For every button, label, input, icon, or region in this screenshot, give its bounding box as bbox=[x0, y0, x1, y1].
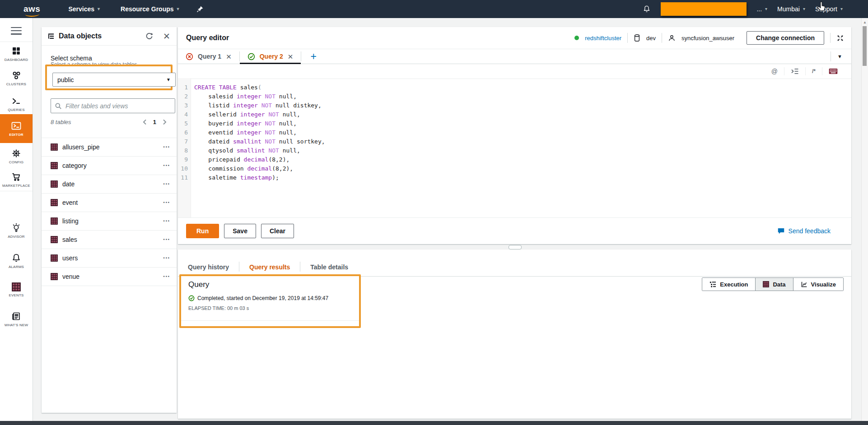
table-row[interactable]: category ••• bbox=[42, 157, 177, 175]
filter-tables-input[interactable] bbox=[65, 102, 171, 110]
data-objects-panel: Data objects ✕ Select schema Select a sc… bbox=[42, 27, 177, 413]
tab-query-1[interactable]: Query 1 ✕ bbox=[178, 49, 239, 64]
sidebar-divider bbox=[0, 42, 33, 42]
tab-query-results[interactable]: Query results bbox=[239, 263, 300, 271]
table-row[interactable]: listing ••• bbox=[42, 212, 177, 231]
row-actions-menu[interactable]: ••• bbox=[163, 145, 170, 149]
close-tab-icon[interactable]: ✕ bbox=[226, 53, 232, 60]
table-row[interactable]: users ••• bbox=[42, 249, 177, 268]
chevron-down-icon: ▾ bbox=[177, 7, 179, 11]
result-annotation-highlight: Query Completed, started on December 19,… bbox=[179, 274, 361, 328]
panel-resize-handle[interactable] bbox=[509, 245, 522, 249]
chevron-down-icon: ▾ bbox=[840, 7, 843, 11]
scrollbar-thumb[interactable] bbox=[863, 26, 867, 66]
sidebar-item-queries[interactable]: QUERIES bbox=[0, 96, 33, 112]
row-actions-menu[interactable]: ••• bbox=[163, 163, 170, 168]
select-schema-label: Select schema bbox=[51, 55, 92, 62]
nav-resource-groups[interactable]: Resource Groups ▾ bbox=[121, 5, 179, 13]
nav-account-menu[interactable]: ... ▾ bbox=[756, 5, 767, 13]
aws-logo[interactable]: aws bbox=[23, 5, 40, 14]
page-previous-icon[interactable] bbox=[139, 119, 150, 125]
send-feedback-link[interactable]: Send feedback bbox=[777, 227, 831, 235]
tabs-dropdown-icon[interactable]: ▼ bbox=[837, 54, 842, 59]
row-actions-menu[interactable]: ••• bbox=[163, 219, 170, 223]
pushpin-icon[interactable] bbox=[196, 5, 204, 13]
scrollbar-up-arrow[interactable]: ▲ bbox=[863, 20, 867, 24]
connection-info: redshiftcluster dev syncfusion_awsuser C… bbox=[574, 31, 844, 45]
sidebar-item-label: QUERIES bbox=[8, 108, 24, 112]
nav-services[interactable]: Services ▾ bbox=[68, 5, 100, 13]
chevron-down-icon: ▾ bbox=[803, 7, 805, 11]
table-name: category bbox=[62, 162, 163, 169]
tables-count: 8 tables bbox=[51, 119, 139, 125]
code-line: 9 pricepaid decimal(8,2), bbox=[178, 155, 851, 164]
sidebar-item-alarms[interactable]: ALARMS bbox=[0, 253, 33, 269]
row-actions-menu[interactable]: ••• bbox=[163, 274, 170, 279]
table-icon bbox=[51, 217, 58, 225]
sidebar-item-advisor[interactable]: ADVISOR bbox=[0, 223, 33, 239]
mention-at-icon[interactable]: @ bbox=[765, 68, 784, 75]
table-row[interactable]: date ••• bbox=[42, 175, 177, 194]
page-next-icon[interactable] bbox=[159, 119, 170, 125]
sidebar-item-config[interactable]: CONFIG bbox=[0, 148, 33, 164]
account-name-redacted[interactable] bbox=[661, 2, 747, 16]
chevron-down-icon: ▾ bbox=[765, 7, 767, 11]
filter-tables-field[interactable] bbox=[51, 98, 175, 113]
data-objects-title: Data objects bbox=[59, 32, 145, 40]
save-button[interactable]: Save bbox=[224, 224, 256, 238]
row-actions-menu[interactable]: ••• bbox=[163, 237, 170, 242]
refresh-icon[interactable] bbox=[145, 32, 153, 40]
notifications-bell-icon[interactable] bbox=[643, 5, 651, 14]
row-actions-menu[interactable]: ••• bbox=[163, 256, 170, 260]
events-calendar-icon bbox=[12, 282, 21, 291]
vertical-scrollbar[interactable]: ▲ bbox=[861, 18, 868, 421]
keyboard-shortcuts-icon[interactable] bbox=[822, 68, 844, 74]
table-name: listing bbox=[62, 217, 163, 225]
visualize-view-button[interactable]: Visualize bbox=[793, 278, 843, 291]
schema-select-dropdown[interactable]: public ▼ bbox=[52, 73, 176, 87]
success-status-icon bbox=[188, 295, 195, 301]
sidebar-item-clusters[interactable]: CLUSTERS bbox=[0, 70, 33, 86]
hamburger-menu-button[interactable] bbox=[0, 25, 33, 37]
table-row[interactable]: venue ••• bbox=[42, 268, 177, 286]
sidebar-item-events[interactable]: EVENTS bbox=[0, 282, 33, 297]
row-actions-menu[interactable]: ••• bbox=[163, 182, 170, 186]
table-icon bbox=[51, 254, 58, 262]
table-row[interactable]: event ••• bbox=[42, 194, 177, 212]
active-tab-underline bbox=[240, 63, 301, 64]
tab-table-details[interactable]: Table details bbox=[300, 263, 358, 271]
cluster-link[interactable]: redshiftcluster bbox=[585, 35, 621, 42]
sidebar-item-editor[interactable]: EDITOR bbox=[0, 114, 33, 143]
change-connection-button[interactable]: Change connection bbox=[747, 31, 824, 45]
close-tab-icon[interactable]: ✕ bbox=[288, 53, 294, 60]
sidebar-item-label: CONFIG bbox=[9, 160, 23, 164]
sidebar-item-dashboard[interactable]: DASHBOARD bbox=[0, 46, 33, 62]
data-view-button[interactable]: Data bbox=[755, 278, 793, 291]
advisor-bulb-icon bbox=[11, 223, 21, 233]
nav-region-menu[interactable]: Mumbai ▾ bbox=[777, 5, 805, 13]
marketplace-cart-icon bbox=[11, 172, 21, 182]
new-tab-button[interactable]: + bbox=[301, 49, 325, 64]
close-icon[interactable]: ✕ bbox=[163, 32, 170, 41]
run-button[interactable]: Run bbox=[186, 224, 219, 238]
table-row[interactable]: allusers_pipe ••• bbox=[42, 138, 177, 157]
comment-block-icon[interactable]: /* bbox=[806, 68, 822, 74]
tree-view-icon bbox=[48, 33, 55, 40]
row-actions-menu[interactable]: ••• bbox=[163, 200, 170, 205]
tab-query-2[interactable]: Query 2 ✕ bbox=[240, 49, 301, 64]
query-editor-panel: Query editor redshiftcluster dev syncfus… bbox=[178, 27, 851, 244]
tab-query-history[interactable]: Query history bbox=[188, 263, 239, 271]
sidebar-item-whats-new[interactable]: WHAT'S NEW bbox=[0, 311, 33, 327]
top-nav-right: ... ▾ Mumbai ▾ Support ▾ bbox=[643, 2, 843, 16]
table-row[interactable]: sales ••• bbox=[42, 231, 177, 249]
divider bbox=[831, 51, 831, 61]
execution-view-button[interactable]: Execution bbox=[702, 278, 755, 291]
clear-button[interactable]: Clear bbox=[261, 224, 294, 238]
tab-label: Query 2 bbox=[260, 53, 283, 60]
table-name: sales bbox=[62, 236, 163, 243]
format-indent-icon[interactable] bbox=[784, 68, 805, 75]
sidebar-item-marketplace[interactable]: MARKETPLACE bbox=[0, 172, 33, 188]
sql-code-editor[interactable]: 1CREATE TABLE sales(2 salesid integer NO… bbox=[178, 78, 851, 218]
fullscreen-expand-icon[interactable] bbox=[836, 34, 844, 42]
table-name: date bbox=[62, 180, 163, 188]
